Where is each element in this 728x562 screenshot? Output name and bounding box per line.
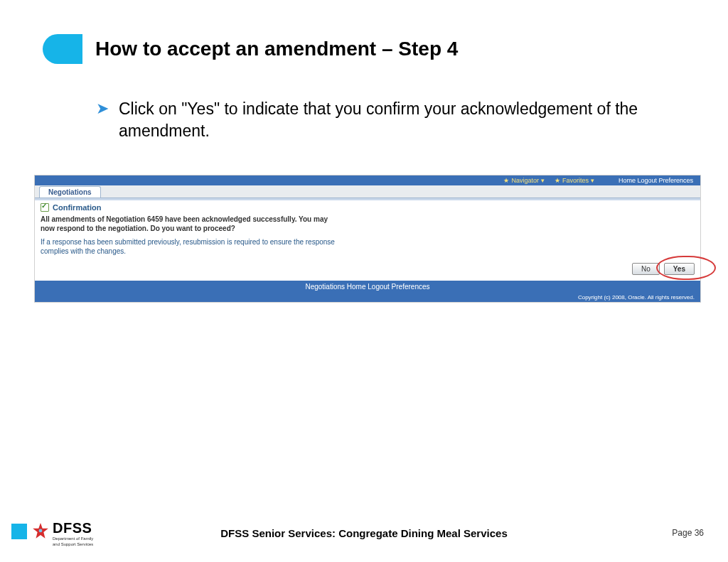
yes-button[interactable]: Yes xyxy=(664,263,695,275)
confirmation-heading: Confirmation xyxy=(53,203,101,212)
tab-row: Negotiations xyxy=(35,185,700,198)
page-number: Page 36 xyxy=(672,528,704,538)
bullet-text: Click on "Yes" to indicate that you conf… xyxy=(119,98,679,142)
confirmation-message: All amendments of Negotiation 6459 have … xyxy=(35,215,341,237)
bullet-arrow-icon: ➤ xyxy=(96,98,109,142)
star-icon: ★ xyxy=(555,177,560,184)
logo-subtext2: and Support Services xyxy=(53,542,93,546)
favorites-menu[interactable]: ★Favorites ▾ xyxy=(555,177,594,184)
title-accent-shape xyxy=(43,34,82,64)
svg-point-1 xyxy=(39,529,43,533)
confirmation-check-icon xyxy=(41,203,49,212)
logo-square-icon xyxy=(11,524,27,539)
no-button[interactable]: No xyxy=(632,263,660,275)
logo-subtext1: Department of Family xyxy=(53,536,93,541)
footer-title: DFSS Senior Services: Congregate Dining … xyxy=(220,527,507,539)
top-right-links[interactable]: Home Logout Preferences xyxy=(619,177,693,184)
logo-text: DFSS xyxy=(53,521,93,535)
app-top-bar: ★Navigator ▾ ★Favorites ▾ Home Logout Pr… xyxy=(35,175,700,185)
logo-star-icon xyxy=(31,522,50,541)
navigator-menu[interactable]: ★Navigator ▾ xyxy=(503,177,545,184)
star-icon: ★ xyxy=(503,177,509,184)
tab-negotiations[interactable]: Negotiations xyxy=(39,186,101,198)
copyright-text: Copyright (c) 2008, Oracle. All rights r… xyxy=(35,293,700,302)
confirmation-note: If a response has been submitted previou… xyxy=(35,237,341,263)
slide-title: How to accept an amendment – Step 4 xyxy=(95,38,458,60)
embedded-screenshot: ★Navigator ▾ ★Favorites ▾ Home Logout Pr… xyxy=(34,175,701,303)
dfss-logo: DFSS Department of Family and Support Se… xyxy=(11,521,93,546)
app-footer-links[interactable]: Negotiations Home Logout Preferences xyxy=(35,281,700,293)
